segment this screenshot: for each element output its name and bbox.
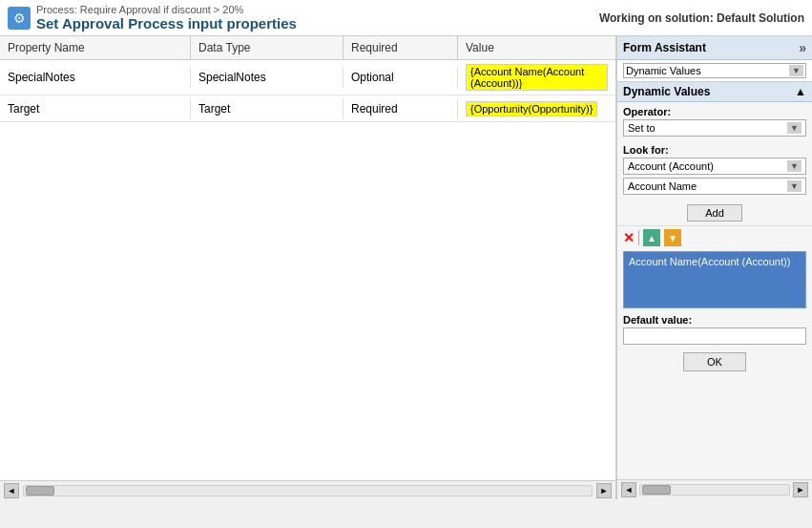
add-button-row: Add: [617, 202, 812, 225]
default-value-input[interactable]: [623, 327, 806, 345]
left-panel: Property Name Data Type Required Value S…: [0, 36, 616, 499]
right-panel-scroll-track[interactable]: [639, 484, 790, 496]
scroll-track[interactable]: [23, 485, 593, 496]
cell-required-1: Required: [344, 98, 458, 119]
main-area: Property Name Data Type Required Value S…: [0, 36, 812, 499]
scroll-right-arrow[interactable]: ►: [596, 483, 612, 498]
top-bar-left: ⚙ Process: Require Approval if discount …: [8, 4, 297, 32]
ok-button-row: OK: [617, 348, 812, 375]
operator-select[interactable]: Set to ▼: [623, 119, 806, 137]
right-panel: Form Assistant » Dynamic Values ▼ Dynami…: [616, 36, 812, 499]
ok-button[interactable]: OK: [683, 352, 746, 371]
cell-datatype-0: SpecialNotes: [191, 67, 344, 88]
bottom-scrollbar: ◄ ►: [0, 480, 615, 499]
expand-icon[interactable]: »: [799, 40, 806, 55]
right-panel-scroll-thumb: [642, 485, 671, 495]
right-panel-scroll-right[interactable]: ►: [793, 482, 808, 497]
operator-label: Operator:: [623, 106, 806, 117]
col-value: Value: [458, 36, 615, 59]
collapse-icon[interactable]: ▲: [795, 85, 806, 98]
dynamic-values-section-label: Dynamic Values: [623, 85, 710, 98]
move-up-icon[interactable]: ▲: [643, 229, 660, 246]
gear-icon: ⚙: [8, 7, 31, 30]
right-scrollbar-row: ◄ ►: [617, 479, 812, 499]
cell-value-0[interactable]: {Account Name(Account (Account))}: [458, 60, 615, 95]
look-for-select[interactable]: Account (Account) ▼: [623, 158, 806, 175]
top-bar-titles: Process: Require Approval if discount > …: [36, 4, 297, 32]
value-chip-0[interactable]: {Account Name(Account (Account))}: [466, 64, 608, 91]
move-down-icon[interactable]: ▼: [664, 229, 681, 246]
default-value-label: Default value:: [623, 314, 806, 326]
account-name-select[interactable]: Account Name ▼: [623, 178, 806, 195]
working-on-label: Working on solution: Default Solution: [599, 11, 804, 25]
account-name-arrow-icon: ▼: [787, 180, 802, 192]
selected-list[interactable]: Account Name(Account (Account)): [623, 251, 806, 308]
table-row: Target Target Required {Opportunity(Oppo…: [0, 95, 615, 122]
list-item[interactable]: Account Name(Account (Account)): [629, 255, 801, 268]
form-assistant-title: Form Assistant: [623, 41, 706, 54]
dynamic-values-select[interactable]: Dynamic Values ▼: [623, 63, 806, 78]
divider: [638, 230, 639, 245]
top-bar: ⚙ Process: Require Approval if discount …: [0, 0, 812, 36]
col-required: Required: [344, 36, 458, 59]
operator-value: Set to: [628, 122, 656, 134]
page-title: Set Approval Process input properties: [36, 15, 297, 32]
icon-row: ✕ ▲ ▼: [617, 225, 812, 249]
default-value-section: Default value:: [617, 310, 812, 348]
dynamic-values-section-header: Dynamic Values ▲: [617, 82, 812, 102]
col-data-type: Data Type: [191, 36, 344, 59]
form-assistant-header: Form Assistant »: [617, 36, 812, 60]
cell-datatype-1: Target: [191, 98, 344, 119]
operator-section: Operator: Set to ▼: [617, 102, 812, 140]
cell-property-1: Target: [0, 98, 191, 119]
table-row: SpecialNotes SpecialNotes Optional {Acco…: [0, 60, 615, 95]
delete-icon[interactable]: ✕: [623, 230, 635, 245]
table-header: Property Name Data Type Required Value: [0, 36, 615, 60]
dynamic-values-row: Dynamic Values ▼: [617, 60, 812, 82]
col-property-name: Property Name: [0, 36, 191, 59]
account-name-value: Account Name: [628, 180, 697, 192]
cell-required-0: Optional: [344, 67, 458, 88]
scroll-thumb: [26, 486, 54, 496]
process-label: Process: Require Approval if discount > …: [36, 4, 297, 15]
add-button[interactable]: Add: [687, 204, 742, 222]
select-arrow-icon: ▼: [789, 65, 803, 76]
value-chip-1[interactable]: {Opportunity(Opportunity)}: [466, 101, 597, 116]
cell-value-1[interactable]: {Opportunity(Opportunity)}: [458, 97, 615, 120]
cell-property-0: SpecialNotes: [0, 67, 191, 88]
look-for-section: Look for: Account (Account) ▼ Account Na…: [617, 140, 812, 202]
table-body: SpecialNotes SpecialNotes Optional {Acco…: [0, 60, 615, 480]
look-for-value: Account (Account): [628, 160, 714, 172]
scroll-left-arrow[interactable]: ◄: [4, 483, 19, 498]
look-for-arrow-icon: ▼: [787, 160, 802, 172]
right-panel-scroll-left[interactable]: ◄: [621, 482, 636, 497]
operator-arrow-icon: ▼: [787, 122, 802, 134]
look-for-label: Look for:: [623, 144, 806, 156]
